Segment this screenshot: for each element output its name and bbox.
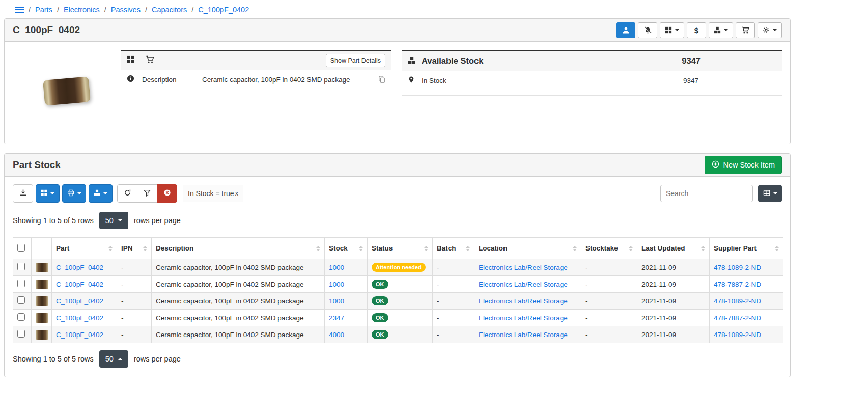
filter-button[interactable]: [137, 184, 157, 203]
supplier-part-link[interactable]: 478-1089-2-ND: [714, 297, 761, 305]
cell-stocktake: -: [581, 293, 637, 310]
sort-icon: [629, 246, 633, 251]
thumbnail-header: [32, 238, 52, 259]
breadcrumb-separator: /: [29, 6, 31, 14]
search-input[interactable]: [660, 185, 753, 202]
supplier-part-link[interactable]: 478-7887-2-ND: [714, 314, 761, 322]
download-button[interactable]: [13, 184, 33, 203]
plus-circle-icon: [712, 160, 719, 170]
cell-select: [13, 276, 32, 293]
show-part-details-button[interactable]: Show Part Details: [326, 54, 385, 67]
part-actions-dropdown[interactable]: [758, 22, 782, 38]
supplier-part-link[interactable]: 478-1089-2-ND: [714, 264, 761, 271]
breadcrumb-link-electronics[interactable]: Electronics: [64, 6, 100, 14]
column-header-description[interactable]: Description: [152, 238, 325, 259]
stock-actions-dropdown[interactable]: [709, 22, 733, 38]
stock-link[interactable]: 2347: [329, 314, 344, 322]
select-all-checkbox[interactable]: [17, 244, 25, 252]
dollar-icon: $: [694, 26, 698, 35]
part-thumbnail[interactable]: [36, 280, 48, 289]
unsubscribe-button[interactable]: [638, 22, 657, 38]
part-link[interactable]: C_100pF_0402: [56, 297, 103, 305]
table-row[interactable]: C_100pF_0402 - Ceramic capacitor, 100pF …: [13, 276, 783, 293]
row-checkbox[interactable]: [17, 313, 25, 321]
row-checkbox[interactable]: [17, 280, 25, 287]
cell-stock: 1000: [325, 293, 368, 310]
stock-link[interactable]: 1000: [329, 297, 344, 305]
subscribe-button[interactable]: [616, 22, 635, 38]
column-header-last-updated[interactable]: Last Updated: [637, 238, 710, 259]
part-thumbnail[interactable]: [36, 263, 48, 272]
description-row: Description Ceramic capacitor, 100pF in …: [121, 70, 391, 89]
column-header-location[interactable]: Location: [474, 238, 581, 259]
breadcrumb-link-current-part[interactable]: C_100pF_0402: [198, 6, 249, 14]
location-link[interactable]: Electronics Lab/Reel Storage: [479, 331, 568, 339]
part-thumbnail[interactable]: [36, 296, 48, 306]
sort-icon: [359, 246, 363, 251]
location-link[interactable]: Electronics Lab/Reel Storage: [479, 281, 568, 288]
supplier-part-link[interactable]: 478-7887-2-ND: [714, 281, 761, 288]
order-button[interactable]: [736, 22, 755, 38]
supplier-part-link[interactable]: 478-1089-2-ND: [714, 331, 761, 339]
pricing-button[interactable]: $: [687, 22, 706, 38]
barcode-actions-dropdown[interactable]: [660, 22, 684, 38]
part-thumbnail[interactable]: [36, 330, 48, 340]
page-size-dropdown[interactable]: 50: [99, 350, 128, 368]
column-header-batch[interactable]: Batch: [433, 238, 474, 259]
stock-link[interactable]: 1000: [329, 264, 344, 271]
remove-filter-icon[interactable]: x: [235, 190, 238, 197]
cell-ipn: -: [117, 259, 152, 276]
cell-select: [13, 293, 32, 310]
row-checkbox[interactable]: [17, 263, 25, 270]
part-image[interactable]: [43, 76, 91, 106]
cell-description: Ceramic capacitor, 100pF in 0402 SMD pac…: [152, 276, 325, 293]
location-link[interactable]: Electronics Lab/Reel Storage: [479, 264, 568, 271]
copy-icon[interactable]: [378, 76, 385, 83]
location-link[interactable]: Electronics Lab/Reel Storage: [479, 297, 568, 305]
new-stock-item-button[interactable]: New Stock Item: [705, 156, 782, 174]
column-header-ipn[interactable]: IPN: [117, 238, 152, 259]
column-header-status[interactable]: Status: [368, 238, 433, 259]
page-size-dropdown[interactable]: 50: [99, 212, 128, 229]
table-row[interactable]: C_100pF_0402 - Ceramic capacitor, 100pF …: [13, 310, 783, 326]
part-link[interactable]: C_100pF_0402: [56, 264, 103, 271]
refresh-button[interactable]: [117, 184, 137, 203]
column-header-supplier-part[interactable]: Supplier Part: [710, 238, 783, 259]
breadcrumb-link-capacitors[interactable]: Capacitors: [152, 6, 187, 14]
breadcrumb-separator: /: [145, 6, 147, 14]
cell-part: C_100pF_0402: [52, 259, 117, 276]
grid-view-dropdown[interactable]: [36, 184, 60, 203]
table-view-dropdown[interactable]: [758, 185, 782, 202]
table-columns-icon: [763, 189, 770, 198]
bell-slash-icon: [644, 26, 652, 34]
stock-link[interactable]: 1000: [329, 281, 344, 288]
location-link[interactable]: Electronics Lab/Reel Storage: [479, 314, 568, 322]
menu-icon[interactable]: [15, 7, 24, 13]
status-badge: OK: [372, 313, 388, 323]
cell-thumbnail: [32, 276, 52, 293]
part-link[interactable]: C_100pF_0402: [56, 331, 103, 339]
column-header-stocktake[interactable]: Stocktake: [581, 238, 637, 259]
part-link[interactable]: C_100pF_0402: [56, 314, 103, 322]
table-row[interactable]: C_100pF_0402 - Ceramic capacitor, 100pF …: [13, 259, 783, 276]
part-link[interactable]: C_100pF_0402: [56, 281, 103, 288]
table-row[interactable]: C_100pF_0402 - Ceramic capacitor, 100pF …: [13, 326, 783, 343]
table-row[interactable]: C_100pF_0402 - Ceramic capacitor, 100pF …: [13, 293, 783, 310]
cell-supplier-part: 478-1089-2-ND: [710, 293, 783, 310]
breadcrumb-link-passives[interactable]: Passives: [111, 6, 141, 14]
cart-icon: [741, 26, 749, 34]
row-checkbox[interactable]: [17, 330, 25, 338]
page-size-value: 50: [105, 216, 114, 225]
stock-link[interactable]: 4000: [329, 331, 344, 339]
part-thumbnail[interactable]: [36, 313, 48, 323]
clear-filters-button[interactable]: [157, 184, 177, 203]
part-stock-header: Part Stock New Stock Item: [5, 154, 790, 177]
chevron-down-icon: [50, 192, 54, 197]
available-stock-header: Available Stock 9347: [402, 51, 782, 71]
row-checkbox[interactable]: [17, 296, 25, 304]
breadcrumb-link-parts[interactable]: Parts: [35, 6, 52, 14]
column-header-stock[interactable]: Stock: [325, 238, 368, 259]
column-header-part[interactable]: Part: [52, 238, 117, 259]
print-actions-dropdown[interactable]: [62, 184, 86, 203]
stock-options-dropdown[interactable]: [89, 184, 113, 203]
